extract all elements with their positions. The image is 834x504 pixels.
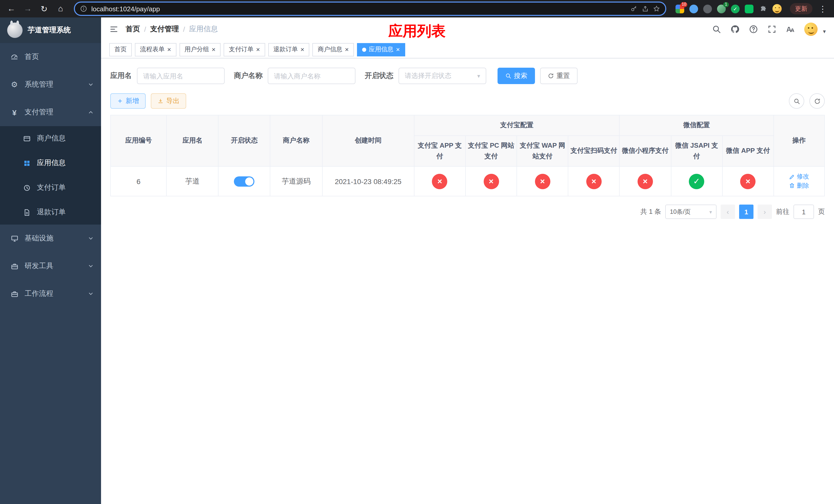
col-app-name: 应用名 <box>167 115 218 167</box>
breadcrumb-home[interactable]: 首页 <box>126 25 140 34</box>
cell-wx-jsapi: ✓ <box>671 167 722 197</box>
cell-alipay-qr: × <box>568 167 619 197</box>
search-icon <box>793 98 800 104</box>
browser-menu-icon[interactable]: ⋮ <box>816 3 829 15</box>
app-name-input[interactable] <box>143 72 219 80</box>
tab-label: 流程表单 <box>140 45 164 54</box>
back-button[interactable]: ← <box>5 3 18 15</box>
browser-window: ← → ↻ ⌂ localhost:1024/pay/app 10 1 ✓ 更新… <box>0 0 834 504</box>
forward-button[interactable]: → <box>22 3 34 15</box>
close-icon[interactable]: × <box>301 46 304 53</box>
close-icon[interactable]: × <box>396 46 400 53</box>
breadcrumb-payment[interactable]: 支付管理 <box>150 25 179 34</box>
search-icon[interactable] <box>712 25 721 34</box>
export-button[interactable]: 导出 <box>151 93 186 109</box>
edit-link[interactable]: 修改 <box>789 173 809 181</box>
sidebar: 芋道管理系统 首页 ⚙ 系统管理 ¥ 支付管理 <box>0 18 101 504</box>
tab-pay-order[interactable]: 支付订单 × <box>224 43 265 56</box>
extension-avatar-icon[interactable]: 1 <box>717 4 726 13</box>
breadcrumb-separator: / <box>183 25 185 33</box>
sidebar-item-dev-tools[interactable]: 研发工具 <box>0 252 101 280</box>
extension-blue-icon[interactable] <box>689 4 698 13</box>
document-icon <box>23 208 31 216</box>
active-tab-dot <box>362 47 366 51</box>
breadcrumb-separator: / <box>144 25 146 33</box>
topbar: 首页 / 支付管理 / 应用信息 ▾ <box>101 18 834 41</box>
card-icon <box>23 134 31 142</box>
tab-merchant-info[interactable]: 商户信息 × <box>313 43 354 56</box>
tab-user-group[interactable]: 用户分组 × <box>179 43 221 56</box>
prev-page-button[interactable]: ‹ <box>721 205 735 219</box>
extension-dark-icon[interactable] <box>703 4 712 13</box>
app-table: 应用编号 应用名 开启状态 商户名称 创建时间 支付宝配置 微信配置 操作 支付… <box>110 115 825 197</box>
next-page-button[interactable]: › <box>758 205 772 219</box>
tab-label: 用户分组 <box>184 45 209 54</box>
profile-avatar[interactable] <box>772 4 782 13</box>
status-select-placeholder: 请选择开启状态 <box>405 71 452 81</box>
sidebar-item-system[interactable]: ⚙ 系统管理 <box>0 71 101 98</box>
tab-process-form[interactable]: 流程表单 × <box>135 43 176 56</box>
tab-app-info[interactable]: 应用信息 × <box>357 43 405 56</box>
merchant-name-input[interactable] <box>274 72 349 80</box>
tab-home[interactable]: 首页 <box>109 43 132 56</box>
sidebar-item-pay-order[interactable]: 支付订单 <box>0 175 101 200</box>
goto-page-input[interactable] <box>793 205 814 219</box>
extension-book-icon[interactable] <box>745 4 753 13</box>
sidebar-item-workflow[interactable]: 工作流程 <box>0 280 101 307</box>
share-icon[interactable] <box>642 5 649 12</box>
pagination: 共 1 条 10条/页 ▾ ‹ 1 › 前往 页 <box>110 205 825 219</box>
reload-button[interactable]: ↻ <box>38 3 50 15</box>
bookmark-star-icon[interactable] <box>653 5 660 12</box>
password-key-icon[interactable] <box>630 5 638 12</box>
close-icon[interactable]: × <box>167 46 171 53</box>
page-number-1[interactable]: 1 <box>739 205 753 219</box>
sidebar-item-home[interactable]: 首页 <box>0 43 101 71</box>
refresh-table-button[interactable] <box>809 93 825 109</box>
toggle-search-button[interactable] <box>789 93 804 109</box>
app-name-label: 应用名 <box>110 71 132 81</box>
page-content: 应用名 商户名称 开启状态 请选择开启状态 ▾ 搜索 <box>101 59 834 504</box>
page-size-select[interactable]: 10条/页 ▾ <box>665 205 717 219</box>
col-create-time: 创建时间 <box>322 115 414 167</box>
extensions-puzzle-icon[interactable] <box>759 4 767 13</box>
table-row: 6 芋道 芋道源码 2021-10-23 08:49:25 × × × × × <box>111 167 825 197</box>
extension-grid-icon[interactable]: 10 <box>676 4 684 13</box>
reset-button[interactable]: 重置 <box>540 68 577 84</box>
cell-wx-mini: × <box>620 167 671 197</box>
tab-refund-order[interactable]: 退款订单 × <box>268 43 310 56</box>
sidebar-item-refund-order[interactable]: 退款订单 <box>0 200 101 225</box>
extension-check-icon[interactable]: ✓ <box>731 4 740 13</box>
address-bar[interactable]: localhost:1024/pay/app <box>74 2 666 16</box>
user-avatar[interactable] <box>805 23 818 36</box>
help-icon[interactable] <box>749 25 758 34</box>
sidebar-item-merchant-info[interactable]: 商户信息 <box>0 126 101 151</box>
breadcrumb: 首页 / 支付管理 / 应用信息 <box>126 25 218 34</box>
close-icon[interactable]: × <box>212 46 215 53</box>
monitor-icon <box>10 234 19 243</box>
close-icon[interactable]: × <box>256 46 260 53</box>
collapse-sidebar-icon[interactable] <box>109 25 118 34</box>
sidebar-item-app-info[interactable]: 应用信息 <box>0 151 101 175</box>
page-info-icon[interactable] <box>80 5 87 12</box>
delete-link[interactable]: 删除 <box>789 182 809 190</box>
close-icon[interactable]: × <box>345 46 349 53</box>
col-merchant: 商户名称 <box>270 115 322 167</box>
github-icon[interactable] <box>731 25 740 34</box>
sidebar-item-payment[interactable]: ¥ 支付管理 <box>0 98 101 126</box>
home-button[interactable]: ⌂ <box>54 3 67 15</box>
font-size-icon[interactable] <box>786 25 795 34</box>
status-toggle[interactable] <box>234 176 255 187</box>
topbar-icons: ▾ <box>712 23 826 36</box>
status-select[interactable]: 请选择开启状态 ▾ <box>398 68 486 84</box>
breadcrumb-current: 应用信息 <box>189 25 218 34</box>
tab-bar: 首页 流程表单 × 用户分组 × 支付订单 × 退款订单 × <box>101 41 834 59</box>
order-icon <box>23 184 31 192</box>
update-button[interactable]: 更新 <box>790 3 812 14</box>
payment-submenu: 商户信息 应用信息 支付订单 退款订单 <box>0 126 101 225</box>
add-button[interactable]: 新增 <box>110 93 146 109</box>
search-button[interactable]: 搜索 <box>498 68 535 84</box>
fullscreen-icon[interactable] <box>768 25 777 34</box>
sidebar-item-infra[interactable]: 基础设施 <box>0 225 101 252</box>
download-icon <box>157 98 163 104</box>
search-button-label: 搜索 <box>514 71 527 81</box>
